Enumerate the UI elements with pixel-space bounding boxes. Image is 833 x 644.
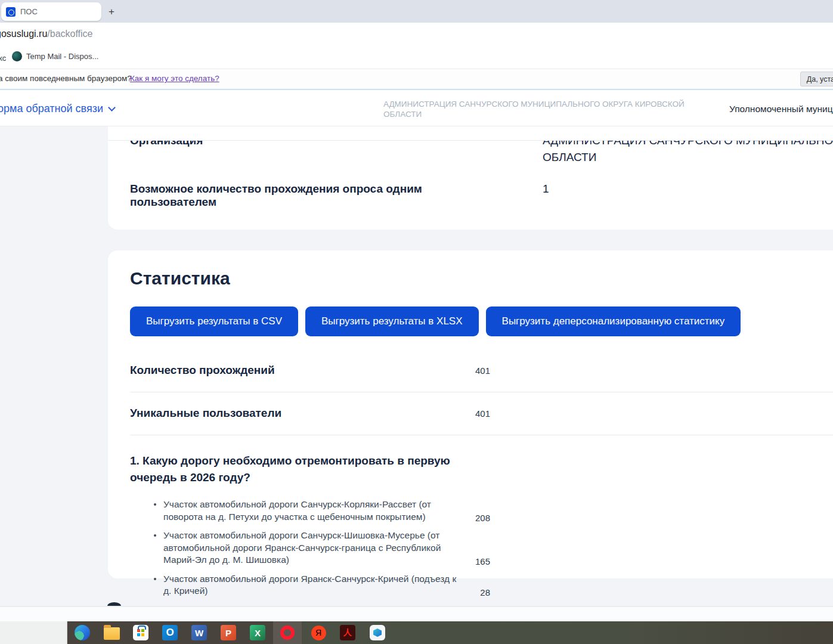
option-text: Участок автомобильной дороги Яранск-Санч… [163,573,465,597]
file-explorer-icon [104,627,120,640]
opera-icon [280,626,295,640]
taskbar-acrobat[interactable]: 人 [333,621,362,644]
default-browser-notification: а своим повседневным браузером? Как я мо… [0,69,833,90]
metric-value: 401 [475,408,490,419]
export-depersonalized-button[interactable]: Выгрузить деперсонализированную статисти… [486,306,741,336]
feedback-form-menu[interactable]: орма обратной связи [0,103,114,115]
yandex-browser-icon: Я [311,626,326,640]
bookmark-partial-label[interactable]: кс [0,54,6,63]
header-organization-name: АДМИНИСТРАЦИЯ САНЧУРСКОГО МУНИЦИПАЛЬНОГО… [383,99,695,119]
bookmark-tempmail[interactable]: Temp Mail - Dispos... [12,51,98,61]
bullet-icon [154,534,156,537]
taskbar-outlook[interactable]: O [156,621,184,644]
taskbar-search-box[interactable] [0,621,67,644]
notification-help-link[interactable]: Как я могу это сделать? [130,74,219,83]
metric-row-unique-users: Уникальные пользователи 401 [130,392,833,435]
taskbar-powerpoint[interactable]: P [214,621,243,644]
statistics-title: Статистика [130,268,833,289]
survey-info-card: Организация АДМИНИСТРАЦИЯ САНЧУРСКОГО МУ… [108,126,833,230]
question-title: 1. Какую дорогу необходимо отремонтирова… [130,453,476,486]
bullet-icon [154,503,156,506]
taskbar-edge[interactable] [68,621,97,644]
list-item: Участок автомобильной дороги Санчурск-Ко… [154,499,490,523]
option-count: 208 [470,513,490,523]
taskbar-opera-active[interactable] [273,621,302,644]
bookmarks-bar: кс Temp Mail - Dispos... [0,48,833,69]
edge-icon [75,625,90,640]
taskbar-goskey[interactable] [363,621,392,644]
url-host: gosuslugi.ru [0,29,47,39]
address-bar[interactable]: gosuslugi.ru/backoffice [0,23,833,48]
option-count: 165 [470,556,490,566]
metric-label: Уникальные пользователи [130,407,281,420]
notification-text: а своим повседневным браузером? [0,74,132,83]
metric-row-passes: Количество прохождений 401 [130,349,833,392]
chevron-down-icon [108,104,116,112]
goskey-icon [370,625,385,640]
header-user-role[interactable]: Уполномоченный муниципа [729,104,833,114]
taskbar-excel[interactable]: X [243,621,272,644]
word-icon: W [191,625,207,640]
list-item: Участок автомобильной дороги Санчурск-Ши… [154,530,490,566]
organization-value-line2: ОБЛАСТИ [543,151,596,164]
url-path: /backoffice [47,29,92,39]
answer-options-list: Участок автомобильной дороги Санчурск-Ко… [130,499,833,597]
browser-tab-bar: ПОС + [0,0,833,23]
outlook-icon: O [162,625,178,640]
export-csv-button[interactable]: Выгрузить результаты в CSV [130,306,298,336]
option-text: Участок автомобильной дороги Санчурск-Ко… [163,499,465,523]
feedback-form-label: орма обратной связи [0,103,103,115]
bookmark-label: Temp Mail - Dispos... [26,52,98,61]
metric-value: 401 [475,366,490,376]
option-text: Участок автомобильной дороги Санчурск-Ши… [163,530,465,566]
list-item: Участок автомобильной дороги Яранск-Санч… [154,573,490,597]
powerpoint-icon: P [221,625,236,640]
notification-accept-button[interactable]: Да, уста [800,72,833,86]
taskbar-microsoft-store[interactable] [126,621,155,644]
tempmail-icon [12,51,22,61]
row-divider [108,126,833,141]
export-buttons-row: Выгрузить результаты в CSV Выгрузить рез… [130,306,833,336]
taskbar-yandex-browser[interactable]: Я [304,621,333,644]
page-background: Организация АДМИНИСТРАЦИЯ САНЧУРСКОГО МУ… [0,126,833,621]
gosuslugi-favicon-icon [6,7,16,17]
url-text[interactable]: gosuslugi.ru/backoffice [0,29,92,39]
passes-per-user-label: Возможное количество прохождения опроса … [130,182,500,209]
bullet-icon [154,578,156,580]
acrobat-icon: 人 [340,625,355,640]
excel-icon: X [250,625,265,640]
tab-title: ПОС [20,7,38,16]
windows-taskbar: O W P X Я 人 [0,621,833,644]
metric-label: Количество прохождений [130,364,275,377]
taskbar-word[interactable]: W [185,621,213,644]
page-footer-strip [0,607,833,621]
new-tab-button[interactable]: + [104,4,119,20]
export-xlsx-button[interactable]: Выгрузить результаты в XLSX [305,306,479,336]
option-count: 28 [475,587,490,597]
statistics-card: Статистика Выгрузить результаты в CSV Вы… [108,250,833,578]
site-header: орма обратной связи АДМИНИСТРАЦИЯ САНЧУР… [0,90,833,126]
microsoft-store-icon [133,625,148,640]
passes-per-user-value: 1 [543,182,549,196]
taskbar-file-explorer[interactable] [97,621,126,644]
browser-tab[interactable]: ПОС [1,2,101,21]
